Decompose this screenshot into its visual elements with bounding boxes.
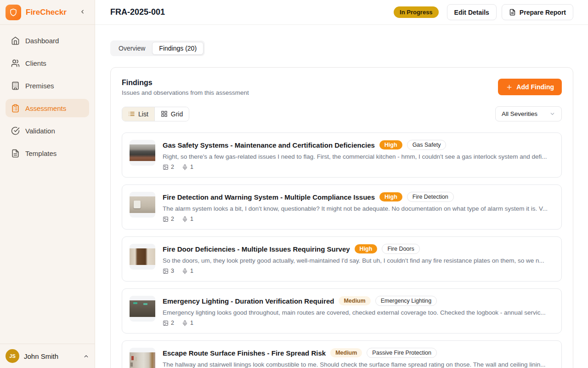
photo-count: 3 xyxy=(163,268,174,274)
sidebar-item-premises[interactable]: Premises xyxy=(6,76,89,95)
findings-panel: Findings Issues and observations from th… xyxy=(110,67,573,368)
image-icon xyxy=(163,164,169,170)
image-icon xyxy=(163,216,169,222)
findings-list: Gas Safety Systems - Maintenance and Cer… xyxy=(122,132,562,368)
finding-card[interactable]: Gas Safety Systems - Maintenance and Cer… xyxy=(122,132,562,178)
mic-icon xyxy=(182,320,188,326)
edit-details-button[interactable]: Edit Details xyxy=(447,4,497,20)
tab-bar: Overview Findings (20) xyxy=(110,40,205,56)
audio-count: 1 xyxy=(182,164,193,170)
add-finding-button[interactable]: Add Finding xyxy=(498,79,562,95)
sidebar-item-templates[interactable]: Templates xyxy=(6,144,89,162)
app-window: FireCheckr Dashboard Clients Premises As… xyxy=(0,0,588,368)
chevron-down-icon xyxy=(549,111,555,117)
plus-icon xyxy=(506,84,513,91)
severity-badge: High xyxy=(379,192,402,201)
sidebar: FireCheckr Dashboard Clients Premises As… xyxy=(0,0,95,368)
page-header: FRA-2025-001 In Progress Edit Details Pr… xyxy=(95,0,588,25)
users-icon xyxy=(11,59,20,68)
file-text-icon xyxy=(11,149,20,158)
mic-icon xyxy=(182,216,188,222)
finding-description: Emergency lighting looks good throughout… xyxy=(163,309,554,316)
home-icon xyxy=(11,36,20,45)
finding-description: Right, so there's a few gas-related issu… xyxy=(163,153,554,160)
list-view-button[interactable]: List xyxy=(122,107,154,121)
findings-subtitle: Issues and observations from this assess… xyxy=(122,89,249,96)
finding-description: So the doors, um, they look pretty good … xyxy=(163,257,554,264)
photo-count: 2 xyxy=(163,216,174,222)
finding-title: Escape Route Surface Finishes - Fire Spr… xyxy=(163,349,326,357)
audio-count: 1 xyxy=(182,216,193,222)
sidebar-item-dashboard[interactable]: Dashboard xyxy=(6,31,89,50)
file-text-icon xyxy=(509,9,516,16)
finding-card[interactable]: Emergency Lighting - Duration Verificati… xyxy=(122,288,562,334)
user-name: John Smith xyxy=(24,352,79,360)
category-badge: Gas Safety xyxy=(407,140,447,150)
findings-controls: List Grid All Severities xyxy=(122,106,562,121)
sidebar-item-assessments[interactable]: Assessments xyxy=(6,99,89,117)
status-badge: In Progress xyxy=(394,6,439,18)
content-area: Overview Findings (20) Findings Issues a… xyxy=(95,25,588,368)
chevron-left-icon xyxy=(79,9,85,15)
sidebar-item-label: Templates xyxy=(25,150,57,157)
prepare-report-button[interactable]: Prepare Report xyxy=(502,4,573,20)
severity-badge: Medium xyxy=(339,296,370,305)
check-circle-icon xyxy=(11,126,20,135)
image-icon xyxy=(163,320,169,326)
findings-panel-header: Findings Issues and observations from th… xyxy=(122,79,562,96)
sidebar-item-validation[interactable]: Validation xyxy=(6,121,89,140)
page-title: FRA-2025-001 xyxy=(110,7,394,17)
photo-count: 2 xyxy=(163,164,174,170)
audio-count: 1 xyxy=(182,320,193,326)
finding-thumbnail xyxy=(130,296,155,322)
finding-thumbnail xyxy=(130,348,155,368)
finding-title: Emergency Lighting - Duration Verificati… xyxy=(163,297,334,305)
image-icon xyxy=(163,268,169,274)
firecheckr-logo xyxy=(6,5,21,20)
severity-badge: High xyxy=(355,244,378,253)
avatar: JS xyxy=(6,349,19,363)
sidebar-item-label: Assessments xyxy=(25,104,66,112)
severity-badge: High xyxy=(379,140,402,150)
finding-thumbnail xyxy=(130,140,155,166)
sidebar-item-label: Premises xyxy=(25,82,54,90)
finding-description: The hallway and stairwell linings look c… xyxy=(163,361,554,368)
view-toggle: List Grid xyxy=(122,107,189,121)
user-menu[interactable]: JS John Smith xyxy=(0,344,95,368)
sidebar-item-clients[interactable]: Clients xyxy=(6,54,89,72)
category-badge: Passive Fire Protection xyxy=(367,348,437,358)
list-icon xyxy=(128,110,135,117)
grid-view-button[interactable]: Grid xyxy=(154,107,189,121)
finding-title: Gas Safety Systems - Maintenance and Cer… xyxy=(163,141,375,149)
tab-findings[interactable]: Findings (20) xyxy=(152,42,204,55)
grid-icon xyxy=(161,110,168,117)
finding-description: The alarm system looks a bit, I don't kn… xyxy=(163,205,554,212)
sidebar-collapse-button[interactable] xyxy=(76,7,89,18)
mic-icon xyxy=(182,164,188,170)
brand-name: FireCheckr xyxy=(26,8,76,17)
shield-icon xyxy=(9,8,17,17)
severity-filter-select[interactable]: All Severities xyxy=(495,106,562,121)
main-area: FRA-2025-001 In Progress Edit Details Pr… xyxy=(95,0,588,368)
category-badge: Fire Doors xyxy=(382,244,419,254)
finding-title: Fire Detection and Warning System - Mult… xyxy=(163,193,375,201)
finding-thumbnail xyxy=(130,192,155,218)
finding-card[interactable]: Escape Route Surface Finishes - Fire Spr… xyxy=(122,340,562,368)
sidebar-item-label: Validation xyxy=(25,127,55,135)
chevron-up-icon xyxy=(83,353,89,359)
category-badge: Emergency Lighting xyxy=(375,296,437,306)
finding-card[interactable]: Fire Detection and Warning System - Mult… xyxy=(122,184,562,230)
sidebar-item-label: Clients xyxy=(25,59,46,67)
finding-title: Fire Door Deficiencies - Multiple Issues… xyxy=(163,245,350,253)
photo-count: 2 xyxy=(163,320,174,326)
clipboard-icon xyxy=(11,104,20,113)
mic-icon xyxy=(182,268,188,274)
sidebar-header: FireCheckr xyxy=(0,0,95,25)
category-badge: Fire Detection xyxy=(407,192,454,202)
sidebar-item-label: Dashboard xyxy=(25,37,59,45)
audio-count: 1 xyxy=(182,268,193,274)
finding-card[interactable]: Fire Door Deficiencies - Multiple Issues… xyxy=(122,236,562,282)
building-icon xyxy=(11,81,20,90)
findings-title: Findings xyxy=(122,79,249,87)
tab-overview[interactable]: Overview xyxy=(112,42,152,55)
